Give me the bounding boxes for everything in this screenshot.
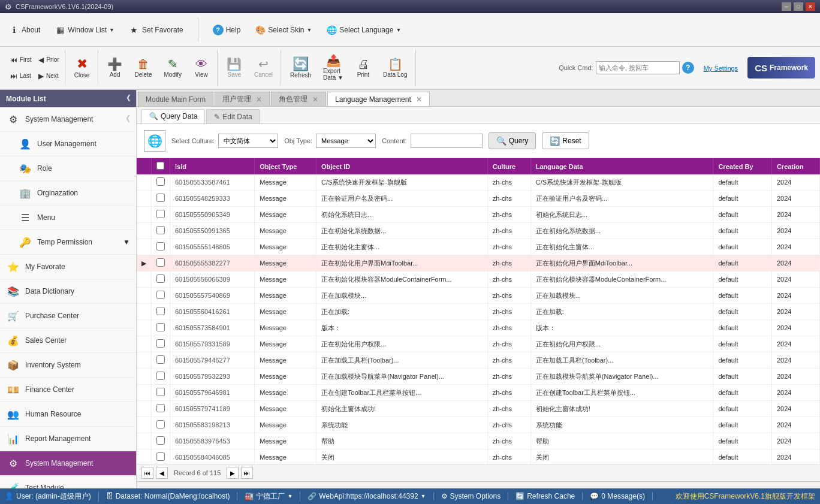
tab-role-mgmt[interactable]: 角色管理 ✕ [271,92,326,106]
data-log-button[interactable]: 📋 Data Log [378,52,413,84]
table-row[interactable]: 601505579741189 Message 初始化主窗体成功! zh-chs… [137,401,820,417]
select-all-checkbox[interactable] [156,162,164,170]
tab-close-language-mgmt[interactable]: ✕ [416,95,422,104]
export-data-button[interactable]: 📤 ExportData ▼ [318,52,349,84]
view-button[interactable]: 👁 View [188,52,215,84]
refresh-button[interactable]: 🔄 Refresh [285,52,316,84]
row-checkbox[interactable] [152,401,170,417]
close-window-button[interactable]: ✕ [806,2,815,11]
sidebar-item-temp-permission[interactable]: 🔑 Temp Permission ▼ [0,230,136,255]
set-favorate-menu[interactable]: ★ Set Favorate [125,23,187,37]
page-last-btn[interactable]: ⏭ [241,467,253,479]
sidebar-item-menu[interactable]: ☰ Menu [0,206,136,230]
table-row[interactable]: 601505573584901 Message 版本： zh-chs 版本： d… [137,320,820,336]
select-culture-select[interactable]: 中文简体 English 中文繁体 [218,134,278,148]
horizontal-scrollbar[interactable] [137,481,820,488]
table-row[interactable]: 601505583976453 Message 帮助 zh-chs 帮助 def… [137,433,820,449]
col-object-id[interactable]: Object ID [316,158,488,174]
table-row[interactable]: 601505579331589 Message 正在初始化用户权限... zh-… [137,336,820,352]
sidebar-item-finance-center[interactable]: 💴 Finance Center [0,378,136,402]
row-checkbox[interactable] [152,369,170,385]
row-checkbox[interactable] [152,207,170,223]
save-button[interactable]: 💾 Save [221,52,248,84]
sidebar-item-report-management[interactable]: 📊 Report Management [0,427,136,451]
query-data-tab[interactable]: 🔍 Query Data [141,109,205,123]
edit-data-tab[interactable]: ✎ Edit Data [206,109,260,123]
reset-button[interactable]: 🔄 Reset [542,132,589,149]
sidebar-item-system-management-2[interactable]: ⚙ System Management [0,451,136,476]
row-checkbox[interactable] [152,288,170,304]
status-system-options[interactable]: ⚙ System Options [441,492,509,500]
delete-button[interactable]: 🗑 Delete [129,52,158,84]
table-row[interactable]: 601505557540869 Message 正在加载模块... zh-chs… [137,288,820,304]
row-checkbox[interactable] [152,255,170,271]
sidebar-item-sales-center[interactable]: 💰 Sales Center [0,328,136,353]
my-settings-link[interactable]: My Settings [704,65,738,72]
table-row[interactable]: 601505556066309 Message 正在初始化模块容器ModuleC… [137,271,820,288]
sidebar-item-purchase-center[interactable]: 🛒 Purchase Center [0,304,136,328]
tab-close-role-mgmt[interactable]: ✕ [312,95,318,104]
row-checkbox[interactable] [152,385,170,401]
print-button[interactable]: 🖨 Print [350,52,376,84]
row-checkbox[interactable] [152,336,170,352]
content-input[interactable] [411,134,483,148]
sidebar-item-human-resource[interactable]: 👥 Human Resource [0,402,136,427]
row-checkbox[interactable] [152,417,170,433]
prior-button[interactable]: ◀ Prior [35,52,62,68]
query-button[interactable]: 🔍 Query [489,132,536,149]
tab-module-main-form[interactable]: Module Main Form [138,92,213,106]
page-next-btn[interactable]: ▶ [227,467,239,479]
table-row[interactable]: 601505560416261 Message 正在加载: zh-chs 正在加… [137,304,820,320]
status-refresh-cache[interactable]: 🔄 Refresh Cache [515,492,583,500]
first-button[interactable]: ⏮ First [7,52,34,68]
sidebar-collapse-icon[interactable]: 《 [123,93,130,104]
sidebar-item-data-dictionary[interactable]: 📚 Data Dictionary [0,279,136,304]
row-checkbox[interactable] [152,239,170,255]
table-row[interactable]: ▶ 601505555382277 Message 正在初始化用户界面MdiTo… [137,255,820,271]
help-icon-btn[interactable]: ? [682,62,694,74]
sidebar-item-inventory-system[interactable]: 📦 Inventory System [0,353,136,378]
table-row[interactable]: 601505579646981 Message 正在创建Toolbar工具栏菜单… [137,385,820,401]
about-menu[interactable]: ℹ About [5,23,44,37]
col-language-data[interactable]: Language Data [530,158,713,174]
table-row[interactable]: 601505583198213 Message 系统功能 zh-chs 系统功能… [137,417,820,433]
col-creation[interactable]: Creation [771,158,819,174]
tab-close-user-mgmt[interactable]: ✕ [256,95,262,104]
table-row[interactable]: 601505550905349 Message 初始化系统日志... zh-ch… [137,207,820,223]
window-list-menu[interactable]: ▦ Window List ▼ [51,23,118,37]
col-culture[interactable]: Culture [487,158,530,174]
table-row[interactable]: 601505579532293 Message 正在加载模块导航菜单(Navig… [137,369,820,385]
last-button[interactable]: ⏭ Last [7,68,34,84]
tab-language-mgmt[interactable]: Language Management ✕ [327,92,430,106]
add-button[interactable]: ➕ Add [102,52,128,84]
row-checkbox[interactable] [152,191,170,207]
tab-user-mgmt[interactable]: 用户管理 ✕ [215,92,270,106]
table-row[interactable]: 601505579446277 Message 正在加载工具栏(Toolbar)… [137,352,820,369]
sidebar-item-user-management[interactable]: 👤 User Management [0,132,136,156]
row-checkbox[interactable] [152,352,170,369]
page-prev-btn[interactable]: ◀ [156,467,168,479]
row-checkbox[interactable] [152,320,170,336]
row-checkbox[interactable] [152,174,170,191]
page-first-btn[interactable]: ⏮ [141,467,153,479]
close-button[interactable]: ✖ Close [69,52,95,84]
col-object-type[interactable]: Object Type [255,158,316,174]
col-created-by[interactable]: Created By [713,158,771,174]
sidebar-item-system-management[interactable]: ⚙ System Management 《 [0,107,136,132]
select-language-menu[interactable]: 🌐 Select Language ▼ [322,23,405,37]
minimize-button[interactable]: ─ [782,2,791,11]
table-row[interactable]: 601505533587461 Message C/S系统快速开发框架-旗舰版 … [137,174,820,191]
row-checkbox[interactable] [152,223,170,239]
sidebar-item-test-module[interactable]: 🧪 Test Module [0,476,136,488]
sidebar-item-role[interactable]: 🎭 Role [0,156,136,181]
sidebar-item-organization[interactable]: 🏢 Orginazation [0,181,136,206]
table-row[interactable]: 601505555148805 Message 正在初始化主窗体... zh-c… [137,239,820,255]
maximize-button[interactable]: □ [794,2,803,11]
row-checkbox[interactable] [152,433,170,449]
table-row[interactable]: 601505548259333 Message 正在验证用户名及密码... zh… [137,191,820,207]
help-menu[interactable]: ? Help [209,23,245,37]
table-row[interactable]: 601505550991365 Message 正在初始化系统数据... zh-… [137,223,820,239]
cancel-button[interactable]: ↩ Cancel [249,52,278,84]
table-row[interactable]: 601505584046085 Message 关闭 zh-chs 关闭 def… [137,449,820,464]
modify-button[interactable]: ✎ Modify [158,52,186,84]
